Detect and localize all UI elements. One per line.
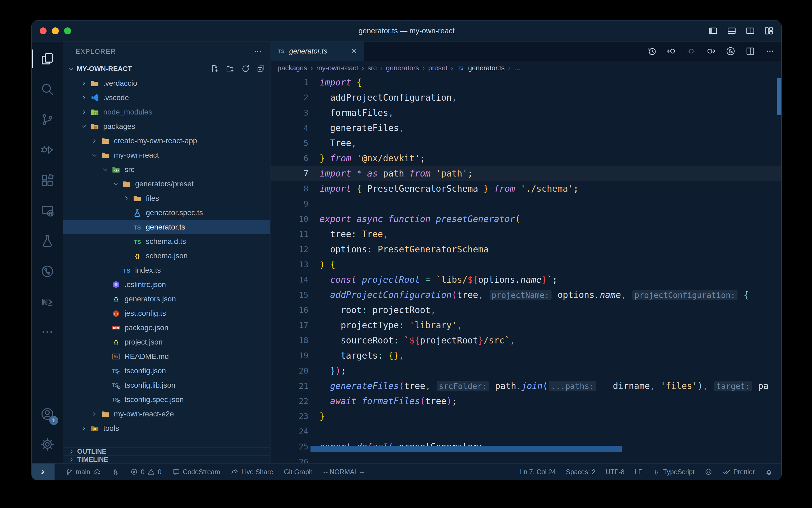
status-git-branch[interactable]: main bbox=[65, 468, 101, 476]
collapse-folders-icon[interactable] bbox=[256, 64, 266, 73]
status-feedback[interactable] bbox=[705, 468, 713, 476]
code-line-15[interactable]: 15 addProjectConfiguration(tree, project… bbox=[271, 287, 781, 302]
activity-item-source-control[interactable] bbox=[32, 104, 63, 135]
tree-item-my-own-react[interactable]: my-own-react bbox=[63, 148, 270, 162]
tree-item-vscode[interactable]: .vscode bbox=[63, 90, 270, 105]
status-prettier[interactable]: Prettier bbox=[723, 468, 755, 476]
new-folder-icon[interactable] bbox=[226, 64, 235, 73]
title-bar[interactable]: generator.ts — my-own-react bbox=[32, 20, 781, 42]
vertical-scrollbar[interactable] bbox=[777, 78, 781, 115]
tree-item-schema-json[interactable]: {}schema.json bbox=[63, 249, 270, 263]
close-tab-icon[interactable] bbox=[350, 47, 359, 55]
tree-item-generator-spec-ts[interactable]: generator.spec.ts bbox=[63, 206, 270, 220]
status-notifications[interactable] bbox=[765, 468, 773, 476]
breadcrumb-item-packages[interactable]: packages bbox=[278, 64, 307, 72]
nav-forward-icon[interactable] bbox=[706, 46, 716, 56]
code-line-17[interactable]: 17 projectType: 'library', bbox=[271, 318, 781, 333]
tree-item-jest-config-ts[interactable]: jest.config.ts bbox=[63, 306, 270, 321]
workspace-section-header[interactable]: MY-OWN-REACT bbox=[63, 61, 270, 76]
code-line-20[interactable]: 20 }); bbox=[271, 363, 781, 378]
activity-item-search[interactable] bbox=[32, 74, 63, 104]
code-line-1[interactable]: 1import { bbox=[271, 75, 781, 90]
refresh-explorer-icon[interactable] bbox=[241, 64, 250, 73]
code-line-26[interactable]: 26 bbox=[271, 454, 781, 463]
nav-back-icon[interactable] bbox=[666, 46, 677, 56]
code-line-23[interactable]: 23} bbox=[271, 409, 781, 424]
code-line-24[interactable]: 24 bbox=[271, 424, 781, 439]
tree-item-create-my-own-react-app[interactable]: create-my-own-react-app bbox=[63, 134, 270, 148]
activity-item-testing[interactable] bbox=[32, 226, 63, 256]
code-line-11[interactable]: 11 tree: Tree, bbox=[271, 226, 781, 242]
tree-item-my-own-react-e2e[interactable]: my-own-react-e2e bbox=[63, 407, 270, 421]
status-cursor-position[interactable]: Ln 7, Col 24 bbox=[520, 468, 556, 476]
tree-item-tsconfig-json[interactable]: TStsconfig.json bbox=[63, 364, 270, 378]
sidebar-panel-outline[interactable]: OUTLINE bbox=[63, 447, 270, 455]
code-line-12[interactable]: 12 options: PresetGeneratorSchema bbox=[271, 242, 781, 257]
sidebar-panel-timeline[interactable]: TIMELINE bbox=[63, 455, 270, 463]
customize-layout-icon[interactable] bbox=[764, 26, 774, 36]
tree-item-tsconfig-lib-json[interactable]: TStsconfig.lib.json bbox=[63, 378, 270, 392]
tree-item-node-modules[interactable]: JSnode_modules bbox=[63, 105, 270, 119]
toggle-primary-sidebar-icon[interactable] bbox=[708, 26, 718, 36]
status-git-graph[interactable]: Git Graph bbox=[284, 468, 313, 476]
breadcrumb-file[interactable]: generator.ts bbox=[468, 64, 505, 72]
code-editor[interactable]: 1import {2 addProjectConfiguration,3 for… bbox=[271, 75, 781, 463]
tree-item-generators-json[interactable]: {}generators.json bbox=[63, 292, 270, 306]
tree-item-index-ts[interactable]: TSindex.ts bbox=[63, 263, 270, 278]
status-live-share[interactable]: Live Share bbox=[231, 468, 273, 476]
tree-item-schema-d-ts[interactable]: TSschema.d.ts bbox=[63, 234, 270, 249]
tree-item-project-json[interactable]: {}project.json bbox=[63, 335, 270, 349]
status-codestream[interactable]: CodeStream bbox=[172, 468, 220, 476]
breadcrumb-overflow[interactable]: … bbox=[514, 64, 521, 72]
code-line-3[interactable]: 3 formatFiles, bbox=[271, 105, 781, 120]
breadcrumb-item-src[interactable]: src bbox=[368, 64, 377, 72]
status-encoding[interactable]: UTF-8 bbox=[606, 468, 624, 476]
activity-item-explorer[interactable] bbox=[32, 44, 63, 74]
toggle-panel-icon[interactable] bbox=[727, 26, 737, 36]
tree-item-src[interactable]: </>src bbox=[63, 162, 270, 177]
status-eol[interactable]: LF bbox=[634, 468, 642, 476]
activity-item-extensions[interactable] bbox=[32, 165, 63, 196]
tree-item-files[interactable]: files bbox=[63, 191, 270, 206]
activity-item-remote-explorer[interactable] bbox=[32, 196, 63, 226]
activity-item-gitlens[interactable] bbox=[32, 256, 63, 287]
code-line-7[interactable]: 7import * as path from 'path'; bbox=[271, 166, 781, 181]
source-control-graph-icon[interactable] bbox=[725, 46, 736, 56]
activity-item-additional-views[interactable] bbox=[32, 317, 63, 347]
code-line-2[interactable]: 2 addProjectConfiguration, bbox=[271, 90, 781, 105]
tree-item-verdaccio[interactable]: .verdaccio bbox=[63, 76, 270, 90]
new-file-icon[interactable] bbox=[210, 64, 219, 73]
split-editor-icon[interactable] bbox=[745, 46, 755, 56]
tree-item-generator-ts[interactable]: TSgenerator.ts bbox=[63, 220, 270, 234]
breadcrumb-item-generators[interactable]: generators bbox=[386, 64, 419, 72]
tree-item-package-json[interactable]: npmpackage.json bbox=[63, 321, 270, 335]
tree-item-tsconfig-spec-json[interactable]: TStsconfig.spec.json bbox=[63, 392, 270, 407]
tree-item-readme-md[interactable]: M↓README.md bbox=[63, 349, 270, 364]
status-problems[interactable]: 00 bbox=[130, 468, 161, 476]
activity-item-run-debug[interactable] bbox=[32, 135, 63, 165]
breadcrumb-item-preset[interactable]: preset bbox=[428, 64, 447, 72]
code-line-10[interactable]: 10export async function presetGenerator( bbox=[271, 211, 781, 226]
tree-item-tools[interactable]: tools bbox=[63, 421, 270, 435]
code-line-9[interactable]: 9 bbox=[271, 196, 781, 211]
code-line-22[interactable]: 22 await formatFiles(tree); bbox=[271, 393, 781, 409]
timeline-history-icon[interactable] bbox=[647, 46, 657, 56]
code-line-21[interactable]: 21 generateFiles(tree, srcFolder: path.j… bbox=[271, 378, 781, 393]
activity-item-nx-console[interactable]: N bbox=[32, 287, 63, 317]
code-line-19[interactable]: 19 targets: {}, bbox=[271, 348, 781, 363]
code-line-18[interactable]: 18 sourceRoot: `${projectRoot}/src`, bbox=[271, 333, 781, 348]
nav-location-icon[interactable] bbox=[686, 46, 696, 56]
status-language-mode[interactable]: {}TypeScript bbox=[652, 468, 695, 476]
status-commit-graph[interactable] bbox=[111, 468, 120, 476]
tree-item-packages[interactable]: packages bbox=[63, 119, 270, 134]
remote-indicator[interactable] bbox=[32, 464, 54, 480]
code-line-13[interactable]: 13) { bbox=[271, 257, 781, 272]
code-line-16[interactable]: 16 root: projectRoot, bbox=[271, 302, 781, 318]
tab-generator-ts[interactable]: TS generator.ts bbox=[271, 42, 364, 61]
explorer-more-actions-icon[interactable] bbox=[253, 47, 262, 56]
activity-item-settings[interactable] bbox=[32, 429, 63, 460]
status-indentation[interactable]: Spaces: 2 bbox=[566, 468, 595, 476]
tree-item-generators-preset[interactable]: generators/preset bbox=[63, 177, 270, 191]
toggle-secondary-sidebar-icon[interactable] bbox=[745, 26, 755, 36]
status-vim-mode[interactable]: -- NORMAL -- bbox=[323, 468, 364, 476]
